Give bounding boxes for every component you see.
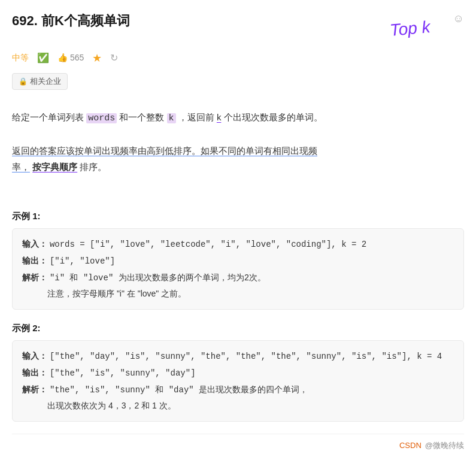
check-icon: ✅ bbox=[37, 50, 49, 66]
desc-underline-1: 返回的答案应该按单词出现频率由高到低排序。如果不同的单词有相同出现频 bbox=[12, 146, 317, 156]
footer-brand: CSDN bbox=[399, 439, 422, 452]
star-icon[interactable]: ★ bbox=[92, 49, 102, 68]
smiley-icon: ☺ bbox=[453, 10, 464, 28]
example2-input-label: 输入： bbox=[22, 351, 47, 361]
example1-input: 输入： words = ["i", "love", "leetcode", "i… bbox=[22, 236, 454, 253]
example1-input-val: words = ["i", "love", "leetcode", "i", "… bbox=[50, 240, 366, 249]
example2-input: 输入： ["the", "day", "is", "sunny", "the",… bbox=[22, 348, 454, 365]
example2-explain-val: "the", "is", "sunny" 和 "day" 是出现次数最多的四个单… bbox=[50, 385, 308, 395]
description: 给定一个单词列表 words 和一个整数 k ，返回前 k 个出现次数最多的单词… bbox=[12, 109, 464, 175]
desc-line-1: 给定一个单词列表 words 和一个整数 k ，返回前 k 个出现次数最多的单词… bbox=[12, 109, 464, 126]
meta-row: 中等 ✅ 👍 565 ★ ↻ bbox=[12, 49, 464, 68]
company-tag[interactable]: 🔒 相关企业 bbox=[12, 73, 68, 90]
thumb-icon: 👍 bbox=[57, 51, 68, 65]
example1-note: 注意，按字母顺序 "i" 在 "love" 之前。 bbox=[22, 286, 454, 302]
words-highlight: words bbox=[86, 113, 117, 123]
k-underline: k bbox=[217, 112, 222, 122]
desc-bold-underline: 按字典顺序 bbox=[32, 162, 77, 172]
example2-box: 输入： ["the", "day", "is", "sunny", "the",… bbox=[12, 340, 464, 421]
k-highlight: k bbox=[167, 113, 176, 123]
desc-sort-end: 排序。 bbox=[80, 162, 107, 172]
page-title: 692. 前K个高频单词 bbox=[12, 10, 130, 32]
example1-explain-label: 解析： bbox=[22, 273, 47, 282]
example1-output: 输出： ["i", "love"] bbox=[22, 253, 454, 270]
example2-output-val: ["the", "is", "sunny", "day"] bbox=[50, 368, 196, 378]
footer: CSDN @微晚待续 bbox=[12, 434, 464, 452]
example2-explain: 解析： "the", "is", "sunny" 和 "day" 是出现次数最多… bbox=[22, 382, 454, 398]
example2-explain-label: 解析： bbox=[22, 385, 47, 394]
desc-underline-2: 率， bbox=[12, 162, 30, 172]
example2-input-val: ["the", "day", "is", "sunny", "the", "th… bbox=[50, 352, 442, 361]
like-count: 👍 565 bbox=[57, 51, 84, 65]
title-section: 692. 前K个高频单词 bbox=[12, 10, 130, 32]
example1-output-val: ["i", "love"] bbox=[50, 256, 115, 266]
header-right: Top k ☺ bbox=[390, 10, 464, 43]
example1-input-label: 输入： bbox=[22, 239, 47, 249]
example1-output-label: 输出： bbox=[22, 256, 47, 265]
example1-explain-val: "i" 和 "love" 为出现次数最多的两个单词，均为2次。 bbox=[50, 273, 266, 283]
lock-icon: 🔒 bbox=[19, 75, 28, 87]
top-k-annotation: Top k bbox=[389, 13, 431, 44]
desc-line-2: 返回的答案应该按单词出现频率由高到低排序。如果不同的单词有相同出现频 bbox=[12, 143, 464, 159]
example2-note-text: 出现次数依次为 4，3，2 和 1 次。 bbox=[47, 401, 176, 410]
footer-user: @微晚待续 bbox=[425, 439, 464, 452]
company-tag-row: 🔒 相关企业 bbox=[12, 73, 464, 99]
example2-output: 输出： ["the", "is", "sunny", "day"] bbox=[22, 365, 454, 382]
difficulty-badge[interactable]: 中等 bbox=[12, 51, 29, 65]
example1-note-text: 注意，按字母顺序 "i" 在 "love" 之前。 bbox=[47, 289, 186, 298]
header: 692. 前K个高频单词 Top k ☺ bbox=[12, 10, 464, 43]
refresh-icon[interactable]: ↻ bbox=[110, 50, 118, 66]
example2-note: 出现次数依次为 4，3，2 和 1 次。 bbox=[22, 398, 454, 414]
example1-explain: 解析： "i" 和 "love" 为出现次数最多的两个单词，均为2次。 bbox=[22, 270, 454, 286]
example2-output-label: 输出： bbox=[22, 368, 47, 377]
desc-line-3: 率， 按字典顺序 排序。 bbox=[12, 159, 464, 175]
example2-title: 示例 2: bbox=[12, 320, 464, 336]
example1-box: 输入： words = ["i", "love", "leetcode", "i… bbox=[12, 228, 464, 309]
example1-title: 示例 1: bbox=[12, 208, 464, 224]
